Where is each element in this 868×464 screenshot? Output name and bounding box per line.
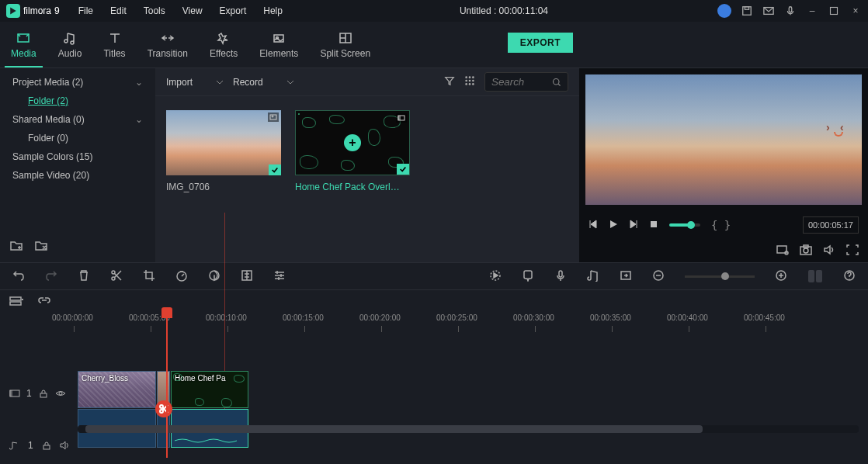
close-icon[interactable]: ×: [849, 5, 862, 17]
menu-view[interactable]: View: [175, 2, 210, 19]
marker-icon[interactable]: [522, 269, 534, 284]
media-thumbnail[interactable]: [166, 110, 281, 175]
app-version: 9: [54, 5, 60, 16]
main-area: Project Media (2)⌄ Folder (2) Shared Med…: [0, 68, 868, 262]
delete-icon[interactable]: [78, 269, 90, 284]
speed-icon[interactable]: [175, 269, 188, 284]
timeline-ruler[interactable]: 00:00:00:00 00:00:05:00 00:00:10:00 00:0…: [74, 313, 868, 332]
mark-in-out[interactable]: { }: [711, 219, 731, 231]
svg-rect-46: [43, 445, 50, 449]
tab-elements[interactable]: Elements: [248, 22, 309, 68]
playhead[interactable]: [161, 307, 172, 318]
media-thumbnail[interactable]: +: [295, 110, 410, 175]
play-button[interactable]: [609, 220, 618, 231]
maximize-icon[interactable]: [828, 5, 840, 17]
import-dropdown[interactable]: Import: [166, 77, 224, 88]
help-icon[interactable]: [843, 269, 856, 284]
zoom-out-icon[interactable]: [652, 269, 665, 284]
snapshot-icon[interactable]: [800, 244, 812, 258]
manage-tracks-icon[interactable]: [9, 296, 23, 309]
media-label: IMG_0706: [166, 182, 281, 192]
tab-titles[interactable]: Titles: [92, 22, 136, 68]
tree-project-media[interactable]: Project Media (2)⌄: [0, 73, 155, 92]
redo-icon[interactable]: [45, 269, 57, 284]
export-button[interactable]: EXPORT: [508, 33, 573, 53]
svg-rect-34: [559, 271, 562, 277]
render-icon[interactable]: [489, 269, 502, 284]
adjust-icon[interactable]: [273, 269, 286, 284]
save-icon[interactable]: [741, 5, 753, 17]
color-icon[interactable]: [208, 269, 220, 284]
tree-sample-video[interactable]: Sample Video (20): [0, 166, 155, 185]
search-input[interactable]: [491, 76, 546, 88]
clip-home-chef[interactable]: Home Chef Pa: [171, 371, 248, 408]
playback-controls: { } 00:00:05:17: [579, 211, 868, 239]
tree-shared-media[interactable]: Shared Media (0)⌄: [0, 110, 155, 129]
timeline: 00:00:00:00 00:00:05:00 00:00:10:00 00:0…: [0, 290, 868, 455]
tab-audio[interactable]: Audio: [47, 22, 93, 68]
media-browser: Import Record IMG_0706: [155, 68, 579, 262]
svg-point-15: [465, 83, 467, 85]
audio-mixer-icon[interactable]: [587, 269, 599, 284]
tab-effects[interactable]: Effects: [199, 22, 248, 68]
green-screen-icon[interactable]: [241, 269, 253, 284]
next-frame-button[interactable]: [629, 220, 638, 231]
user-avatar[interactable]: [717, 4, 731, 18]
preview-viewport[interactable]: ›‹: [585, 74, 862, 205]
grid-view-icon[interactable]: [464, 75, 475, 88]
volume-icon[interactable]: [823, 244, 835, 258]
media-item-img0706[interactable]: IMG_0706: [166, 110, 281, 192]
volume-slider[interactable]: [669, 223, 700, 227]
media-item-overlay[interactable]: + Home Chef Pack Overl…: [295, 110, 410, 192]
new-folder-icon[interactable]: [9, 240, 23, 255]
scissor-icon[interactable]: [155, 400, 172, 417]
crop-icon[interactable]: [143, 269, 155, 284]
preview-tools: [579, 239, 868, 262]
minimize-icon[interactable]: –: [806, 5, 818, 17]
chevron-down-icon: [286, 78, 294, 86]
app-logo: filmora9: [6, 4, 60, 18]
mail-icon[interactable]: [762, 5, 775, 17]
tab-transition[interactable]: Transition: [137, 22, 199, 68]
zoom-in-icon[interactable]: [775, 269, 787, 284]
media-tree-panel: Project Media (2)⌄ Folder (2) Shared Med…: [0, 68, 155, 262]
eye-icon[interactable]: [55, 389, 66, 398]
svg-rect-4: [831, 8, 838, 15]
export-frame-icon[interactable]: [620, 269, 632, 284]
link-icon[interactable]: [37, 296, 51, 309]
timeline-scrollbar[interactable]: [78, 425, 859, 433]
search-box[interactable]: [484, 72, 568, 92]
fullscreen-icon[interactable]: [846, 244, 859, 258]
mic-icon[interactable]: [784, 5, 797, 17]
menu-file[interactable]: File: [71, 2, 101, 19]
menu-tools[interactable]: Tools: [136, 2, 173, 19]
prev-frame-button[interactable]: [589, 220, 598, 231]
split-icon[interactable]: [110, 269, 123, 284]
tab-media[interactable]: Media: [0, 22, 47, 68]
window-controls: – ×: [717, 4, 862, 18]
record-dropdown[interactable]: Record: [233, 77, 294, 88]
add-icon[interactable]: +: [344, 134, 361, 151]
menu-help[interactable]: Help: [255, 2, 290, 19]
menu-export[interactable]: Export: [212, 2, 255, 19]
undo-icon[interactable]: [12, 269, 25, 284]
svg-point-12: [465, 80, 467, 82]
mute-icon[interactable]: [60, 441, 71, 450]
lock-icon[interactable]: [41, 441, 52, 450]
display-settings-icon[interactable]: [776, 244, 789, 258]
zoom-slider[interactable]: [685, 275, 755, 278]
tree-sample-colors[interactable]: Sample Colors (15): [0, 147, 155, 166]
lock-icon[interactable]: [38, 389, 49, 398]
menu-bar: File Edit Tools View Export Help: [71, 2, 290, 19]
delete-folder-icon[interactable]: [34, 240, 48, 255]
menu-edit[interactable]: Edit: [102, 2, 134, 19]
tab-split-screen[interactable]: Split Screen: [309, 22, 381, 68]
clip-cherry-blossom[interactable]: Cherry_Bloss: [78, 371, 156, 408]
video-track-lane[interactable]: Cherry_Bloss Home Chef Pa: [74, 371, 868, 416]
tree-folder-2[interactable]: Folder (2): [0, 92, 155, 110]
voiceover-icon[interactable]: [554, 269, 567, 284]
tree-folder-0[interactable]: Folder (0): [0, 129, 155, 147]
stop-button[interactable]: [649, 220, 658, 231]
zoom-fit-icon[interactable]: [807, 270, 823, 282]
filter-icon[interactable]: [444, 75, 455, 88]
